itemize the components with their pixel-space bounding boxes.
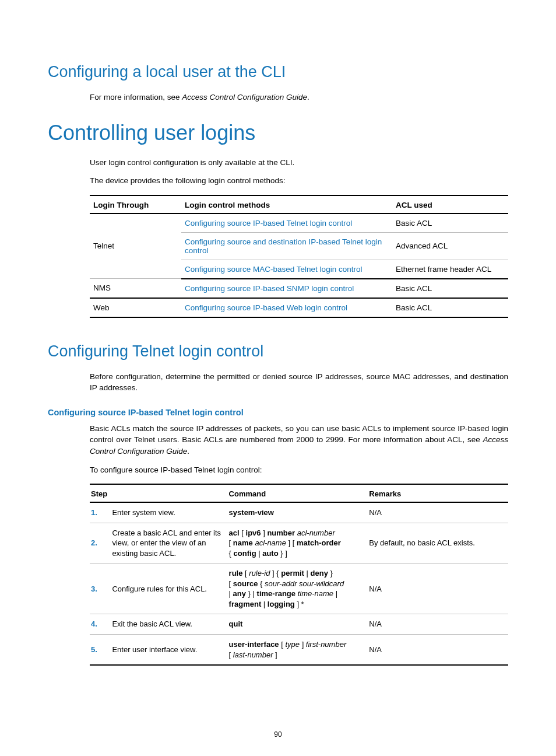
- link-method[interactable]: Configuring source and destination IP-ba…: [185, 237, 382, 255]
- text: For more information, see: [90, 93, 182, 102]
- step-desc: Create a basic ACL and enter its view, o…: [111, 523, 227, 564]
- cell-acl: Ethernet frame header ACL: [392, 260, 508, 279]
- ref-guide: Access Control Configuration Guide: [182, 93, 307, 102]
- cell-method: Configuring source IP-based Web login co…: [181, 298, 392, 317]
- para-ctrl-1: User login control configuration is only…: [90, 157, 508, 169]
- th-methods: Login control methods: [181, 195, 392, 214]
- step-command: acl [ ipv6 ] number acl-number[ name acl…: [228, 523, 368, 564]
- th-command: Command: [228, 484, 368, 502]
- step-number: 4.: [90, 614, 111, 635]
- cell-acl: Advanced ACL: [392, 232, 508, 260]
- heading-controlling-logins: Controlling user logins: [48, 121, 508, 145]
- text: .: [307, 93, 309, 102]
- step-desc: Exit the basic ACL view.: [111, 614, 227, 635]
- cell-acl: Basic ACL: [392, 214, 508, 233]
- step-command: quit: [228, 614, 368, 635]
- cell-method: Configuring source and destination IP-ba…: [181, 232, 392, 260]
- para-srcip-1: Basic ACLs match the source IP addresses…: [90, 423, 508, 457]
- step-number: 5.: [90, 634, 111, 665]
- step-remarks: By default, no basic ACL exists.: [368, 523, 508, 564]
- step-number: 1.: [90, 502, 111, 523]
- step-number: 2.: [90, 523, 111, 564]
- cell-acl: Basic ACL: [392, 279, 508, 298]
- th-acl: ACL used: [392, 195, 508, 214]
- heading-src-ip-telnet: Configuring source IP-based Telnet login…: [48, 408, 508, 417]
- cell-method: Configuring source MAC-based Telnet logi…: [181, 260, 392, 279]
- link-method[interactable]: Configuring source IP-based SNMP login c…: [185, 284, 354, 293]
- login-methods-table: Login Through Login control methods ACL …: [90, 195, 508, 318]
- step-desc: Configure rules for this ACL.: [111, 564, 227, 614]
- step-remarks: N/A: [368, 634, 508, 665]
- para-srcip-2: To configure source IP-based Telnet logi…: [90, 464, 508, 476]
- step-number: 3.: [90, 564, 111, 614]
- step-remarks: N/A: [368, 564, 508, 614]
- step-desc: Enter system view.: [111, 502, 227, 523]
- step-command: rule [ rule-id ] { permit | deny }[ sour…: [228, 564, 368, 614]
- cell-login-through: Web: [90, 298, 181, 317]
- th-step: Step: [90, 484, 228, 502]
- step-remarks: N/A: [368, 614, 508, 635]
- step-command: system-view: [228, 502, 368, 523]
- cell-method: Configuring source IP-based Telnet login…: [181, 214, 392, 233]
- link-method[interactable]: Configuring source MAC-based Telnet logi…: [185, 265, 362, 274]
- text: .: [187, 447, 189, 456]
- cell-login-through: NMS: [90, 279, 181, 298]
- heading-telnet-login: Configuring Telnet login control: [48, 342, 508, 360]
- step-desc: Enter user interface view.: [111, 634, 227, 665]
- step-remarks: N/A: [368, 502, 508, 523]
- link-method[interactable]: Configuring source IP-based Web login co…: [185, 303, 347, 312]
- cell-acl: Basic ACL: [392, 298, 508, 317]
- para-telnet-1: Before configuration, determine the perm…: [90, 371, 508, 394]
- link-method[interactable]: Configuring source IP-based Telnet login…: [185, 219, 352, 228]
- cell-method: Configuring source IP-based SNMP login c…: [181, 279, 392, 298]
- heading-local-user: Configuring a local user at the CLI: [48, 63, 508, 81]
- para-ctrl-2: The device provides the following login …: [90, 175, 508, 187]
- page-number: 90: [0, 730, 556, 738]
- th-login-through: Login Through: [90, 195, 181, 214]
- th-remarks: Remarks: [368, 484, 508, 502]
- steps-table: Step Command Remarks 1.Enter system view…: [90, 484, 508, 666]
- cell-login-through: Telnet: [90, 214, 181, 279]
- para-local-user-ref: For more information, see Access Control…: [90, 92, 508, 103]
- step-command: user-interface [ type ] first-number[ la…: [228, 634, 368, 665]
- text: Basic ACLs match the source IP addresses…: [90, 424, 508, 444]
